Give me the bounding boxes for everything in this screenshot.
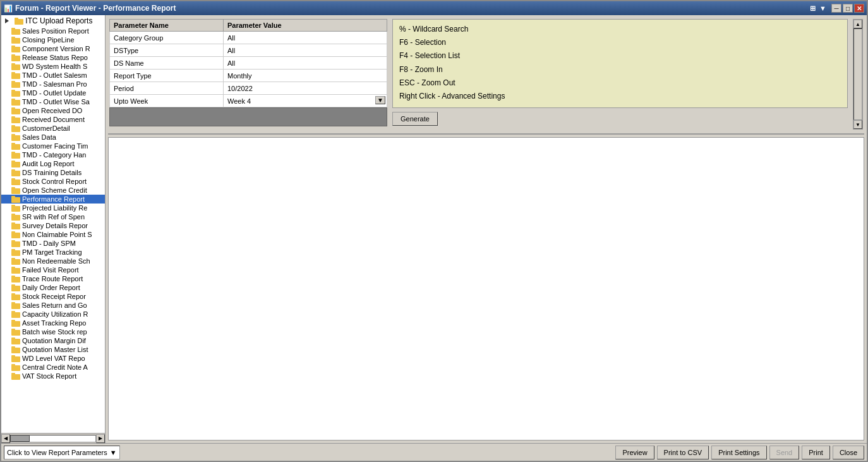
param-value-period[interactable]: 10/2022 (224, 82, 387, 95)
sidebar-item-sales-position[interactable]: Sales Position Report (1, 27, 105, 35)
scroll-right-button[interactable]: ▶ (96, 434, 105, 443)
col-header-name: Parameter Name (110, 20, 224, 32)
sidebar-root-item[interactable]: ITC Upload Reports (1, 15, 105, 27)
svg-rect-47 (11, 224, 20, 229)
sidebar-item-tmd-daily[interactable]: TMD - Daily SPM (1, 239, 105, 248)
sidebar-item-closing-pipeline[interactable]: Closing PipeLine (1, 35, 105, 44)
view-params-dropdown[interactable]: Click to View Report Parameters ▼ (4, 446, 120, 459)
close-button[interactable]: Close (833, 446, 864, 459)
sidebar-item-stock-control[interactable]: Stock Control Report (1, 177, 105, 186)
sidebar-item-tmd-category[interactable]: TMD - Category Han (1, 150, 105, 159)
param-value-category[interactable]: All (224, 32, 387, 44)
sidebar-label: WD System Health S (22, 63, 87, 70)
sidebar-item-tmd-salesman[interactable]: TMD - Salesman Pro (1, 80, 105, 88)
svg-rect-60 (11, 276, 15, 277)
sidebar-item-received-doc[interactable]: Received Document (1, 115, 105, 124)
maximize-button[interactable]: □ (843, 4, 853, 13)
svg-rect-69 (11, 321, 20, 327)
generate-button[interactable]: Generate (392, 112, 438, 126)
sidebar-item-audit-log[interactable]: Audit Log Report (1, 159, 105, 168)
param-value-dsname[interactable]: All (224, 57, 387, 70)
svg-rect-7 (11, 47, 20, 52)
svg-rect-22 (11, 107, 15, 109)
sidebar-item-performance[interactable]: Performance Report (1, 195, 105, 204)
sidebar-item-open-received[interactable]: Open Received DO (1, 106, 105, 115)
sidebar-label: TMD - Outlet Update (22, 89, 86, 97)
scrollbar-up-button[interactable]: ▲ (853, 20, 862, 28)
sidebar-item-survey[interactable]: Survey Details Repor (1, 221, 105, 230)
svg-rect-49 (11, 233, 20, 238)
folder-icon (11, 178, 20, 185)
sidebar-item-tmd-outlet-sales[interactable]: TMD - Outlet Salesm (1, 71, 105, 80)
svg-rect-12 (11, 63, 15, 65)
sidebar-item-daily-order[interactable]: Daily Order Report (1, 283, 105, 292)
svg-rect-11 (11, 64, 20, 70)
sidebar-label: CustomerDetail (22, 125, 70, 132)
sidebar-item-vat-stock[interactable]: VAT Stock Report (1, 372, 105, 380)
dropdown-icon: ▼ (110, 449, 117, 456)
sidebar-item-customer-facing[interactable]: Customer Facing Tim (1, 142, 105, 150)
sidebar-item-customer-detail[interactable]: CustomerDetail (1, 124, 105, 133)
param-value-dstype[interactable]: All (224, 44, 387, 57)
sidebar-item-asset-tracking[interactable]: Asset Tracking Repo (1, 319, 105, 327)
preview-button[interactable]: Preview (615, 446, 654, 459)
param-row-period[interactable]: Period 10/2022 (110, 82, 387, 95)
print-csv-button[interactable]: Print to CSV (657, 446, 709, 459)
svg-rect-79 (11, 365, 20, 371)
sidebar-item-central-credit[interactable]: Central Credit Note A (1, 363, 105, 372)
window-close-button[interactable]: ✕ (854, 4, 864, 13)
folder-icon (11, 240, 20, 247)
svg-rect-1 (15, 19, 23, 25)
scroll-thumb[interactable] (11, 435, 30, 442)
sidebar-item-wd-system[interactable]: WD System Health S (1, 62, 105, 71)
sidebar-item-component[interactable]: Component Version R (1, 44, 105, 53)
sidebar-item-release[interactable]: Release Status Repo (1, 53, 105, 62)
print-settings-button[interactable]: Print Settings (711, 446, 766, 459)
sidebar-item-sales-data[interactable]: Sales Data (1, 133, 105, 142)
sidebar-item-quotation-master[interactable]: Quotation Master List (1, 345, 105, 354)
print-button[interactable]: Print (802, 446, 830, 459)
sidebar-item-non-claimable[interactable]: Non Claimable Point S (1, 230, 105, 239)
dropdown-arrow-icon[interactable]: ▼ (375, 96, 385, 104)
scroll-left-button[interactable]: ◀ (1, 434, 10, 443)
sidebar-item-tmd-outlet-update[interactable]: TMD - Outlet Update (1, 88, 105, 97)
minimize-button[interactable]: ─ (831, 4, 841, 13)
svg-rect-41 (11, 197, 20, 203)
sidebar-item-sales-return[interactable]: Sales Return and Go (1, 301, 105, 310)
sidebar-item-quotation-margin[interactable]: Quotation Margin Dif (1, 336, 105, 345)
sidebar-label: Stock Receipt Repor (22, 293, 86, 300)
sidebar-tree[interactable]: ITC Upload Reports Sales Position Report… (1, 15, 105, 433)
horizontal-scrollbar[interactable]: ◀ ▶ (1, 433, 105, 443)
folder-icon (11, 337, 20, 344)
sidebar-item-projected[interactable]: Projected Liability Re (1, 204, 105, 212)
sidebar-item-batch-stock[interactable]: Batch wise Stock rep (1, 327, 105, 336)
sidebar-item-capacity[interactable]: Capacity Utilization R (1, 310, 105, 319)
param-value-uptoweek[interactable]: Week 4 ▼ (224, 95, 387, 107)
help-line-6: Right Click - Advanced Settings (399, 90, 841, 102)
right-scrollbar[interactable]: ▲ ▼ (853, 19, 863, 130)
sidebar-item-non-redeemable[interactable]: Non Redeemable Sch (1, 257, 105, 265)
svg-rect-16 (11, 81, 15, 83)
svg-rect-44 (11, 205, 15, 207)
scrollbar-down-button[interactable]: ▼ (853, 120, 862, 129)
sidebar-item-failed-visit[interactable]: Failed Visit Report (1, 265, 105, 274)
param-row-uptoweek[interactable]: Upto Week Week 4 ▼ (110, 95, 387, 107)
svg-rect-45 (11, 215, 20, 221)
svg-rect-43 (11, 206, 20, 212)
sidebar-item-tmd-outlet-wise[interactable]: TMD - Outlet Wise Sa (1, 97, 105, 106)
svg-rect-34 (11, 161, 15, 162)
param-row-category[interactable]: Category Group All (110, 32, 387, 44)
param-value-reporttype[interactable]: Monthly (224, 70, 387, 82)
param-row-reporttype[interactable]: Report Type Monthly (110, 70, 387, 82)
param-row-dsname[interactable]: DS Name All (110, 57, 387, 70)
sidebar-item-ds-training[interactable]: DS Training Details (1, 168, 105, 177)
sidebar-item-pm-target[interactable]: PM Target Tracking (1, 248, 105, 257)
sidebar-item-trace-route[interactable]: Trace Route Report (1, 274, 105, 283)
sidebar-item-open-scheme[interactable]: Open Scheme Credit (1, 186, 105, 195)
param-row-dstype[interactable]: DSType All (110, 44, 387, 57)
send-button[interactable]: Send (769, 446, 800, 459)
sidebar-label: PM Target Tracking (22, 248, 82, 256)
sidebar-item-sr-ref[interactable]: SR with Ref of Spen (1, 212, 105, 221)
sidebar-item-stock-receipt[interactable]: Stock Receipt Repor (1, 292, 105, 301)
sidebar-item-wd-vat[interactable]: WD Level VAT Repo (1, 354, 105, 363)
